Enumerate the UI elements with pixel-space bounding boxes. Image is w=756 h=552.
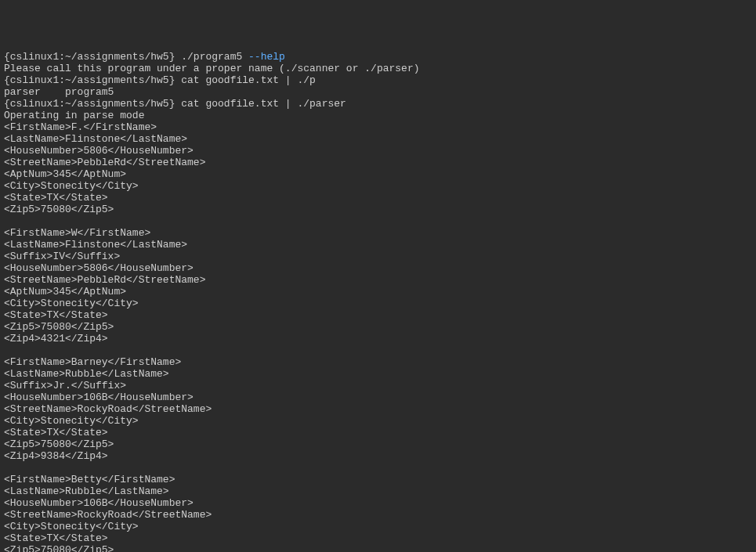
output-line: <FirstName>W</FirstName> bbox=[4, 227, 150, 239]
output-line: <City>Stonecity</City> bbox=[4, 298, 139, 309]
output-line: <Zip5>75080</Zip5> bbox=[4, 321, 114, 333]
output-line: Please call this program under a proper … bbox=[4, 63, 420, 74]
output-line: <AptNum>345</AptNum> bbox=[4, 286, 126, 298]
output-line: parser program5 bbox=[4, 86, 114, 98]
output-line: <StreetName>RockyRoad</StreetName> bbox=[4, 403, 212, 415]
help-flag: --help bbox=[248, 51, 285, 63]
output-line: <Zip5>75080</Zip5> bbox=[4, 204, 114, 215]
output-line: <LastName>Flinstone</LastName> bbox=[4, 239, 187, 251]
output-line: <HouseNumber>5806</HouseNumber> bbox=[4, 262, 194, 274]
output-line: <Zip4>9384</Zip4> bbox=[4, 450, 108, 462]
output-line: <AptNum>345</AptNum> bbox=[4, 168, 126, 180]
output-line: <Suffix>Jr.</Suffix> bbox=[4, 380, 126, 391]
output-line: <City>Stonecity</City> bbox=[4, 521, 139, 532]
shell-prompt: {cslinux1:~/assignments/hw5} ./program5 bbox=[4, 51, 248, 63]
output-line: <Zip5>75080</Zip5> bbox=[4, 544, 114, 552]
terminal-output[interactable]: {cslinux1:~/assignments/hw5} ./program5 … bbox=[4, 51, 752, 552]
output-line: <StreetName>PebbleRd</StreetName> bbox=[4, 274, 205, 286]
output-line: <State>TX</State> bbox=[4, 309, 108, 321]
output-line: <City>Stonecity</City> bbox=[4, 180, 139, 192]
output-line: <Zip5>75080</Zip5> bbox=[4, 438, 114, 450]
output-line: <LastName>Rubble</LastName> bbox=[4, 485, 169, 497]
output-line: <HouseNumber>106B</HouseNumber> bbox=[4, 497, 194, 509]
output-line: <Suffix>IV</Suffix> bbox=[4, 251, 120, 262]
output-line: <State>TX</State> bbox=[4, 192, 108, 204]
output-line: <HouseNumber>106B</HouseNumber> bbox=[4, 391, 194, 403]
prompt-line-1: {cslinux1:~/assignments/hw5} ./program5 … bbox=[4, 51, 285, 63]
output-line: <LastName>Rubble</LastName> bbox=[4, 368, 169, 380]
output-line: <State>TX</State> bbox=[4, 532, 108, 544]
output-line: <FirstName>Barney</FirstName> bbox=[4, 356, 181, 368]
output-line: <HouseNumber>5806</HouseNumber> bbox=[4, 145, 194, 157]
output-line: <FirstName>Betty</FirstName> bbox=[4, 474, 175, 485]
output-line: <StreetName>PebbleRd</StreetName> bbox=[4, 157, 205, 168]
output-line: Operating in parse mode bbox=[4, 110, 144, 121]
output-line: <LastName>Flinstone</LastName> bbox=[4, 133, 187, 145]
prompt-line-2: {cslinux1:~/assignments/hw5} cat goodfil… bbox=[4, 74, 316, 86]
output-line: <FirstName>F.</FirstName> bbox=[4, 121, 157, 133]
output-line: <City>Stonecity</City> bbox=[4, 415, 139, 427]
output-line: <StreetName>RockyRoad</StreetName> bbox=[4, 509, 212, 521]
output-line: <Zip4>4321</Zip4> bbox=[4, 333, 108, 345]
prompt-line-3: {cslinux1:~/assignments/hw5} cat goodfil… bbox=[4, 98, 346, 110]
output-line: <State>TX</State> bbox=[4, 427, 108, 438]
